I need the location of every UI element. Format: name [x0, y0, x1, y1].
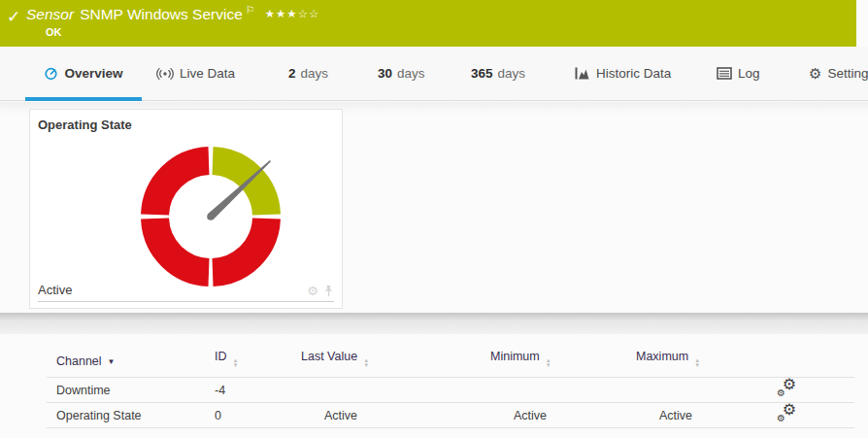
column-header-channel[interactable]: Channel▼: [47, 350, 205, 378]
cell-last-value: [291, 378, 361, 403]
stars-filled: ★★★: [265, 8, 298, 19]
tab-settings[interactable]: ⚙ Settings: [801, 47, 868, 100]
tab-label: Historic Data: [596, 66, 671, 81]
gauge-segment-error: [155, 161, 209, 215]
channel-settings-button[interactable]: ⚙ ⚙: [777, 406, 796, 422]
column-spacer: [696, 350, 767, 378]
sort-desc-icon: ▼: [108, 357, 116, 366]
sort-icon: ▲▼: [363, 358, 369, 368]
table-row-downtime: Downtime -4 ⚙ ⚙: [47, 378, 854, 403]
tab-label: Overview: [64, 66, 122, 81]
state-gauge: [123, 129, 298, 304]
tab-overview[interactable]: Overview: [25, 47, 142, 100]
gauge-value-label: Active: [38, 283, 72, 297]
cell-last-value: Active: [291, 403, 361, 428]
stars-empty: ☆☆: [298, 8, 320, 19]
cell-channel: Operating State: [47, 403, 205, 428]
column-header-last-value[interactable]: Last Value▲▼: [291, 350, 361, 378]
tab-log[interactable]: Log: [709, 47, 768, 100]
gear-icon: ⚙: [777, 414, 785, 423]
tab-30-days[interactable]: 30 days: [370, 47, 433, 100]
cell-minimum: [481, 378, 551, 403]
gauge-footer: Active ⚙: [38, 279, 334, 302]
check-icon: ✓: [7, 7, 20, 27]
table-row-operating-state: Operating State 0 Active Active Active ⚙…: [47, 403, 854, 428]
cell-minimum: Active: [481, 403, 551, 428]
column-header-maximum[interactable]: Maximum▲▼: [626, 350, 696, 378]
gauge-settings-gear-icon[interactable]: ⚙: [307, 285, 318, 297]
channel-settings-button[interactable]: ⚙ ⚙: [777, 381, 796, 397]
sensor-status-header: ✓ Sensor SNMP Windows Service ⚐ ★★★☆☆ OK: [0, 0, 856, 47]
column-spacer: [361, 350, 481, 378]
gauge-icon: [44, 66, 58, 81]
priority-stars[interactable]: ★★★☆☆: [265, 7, 320, 20]
tab-label: days: [301, 66, 329, 81]
tab-label: days: [397, 66, 425, 81]
tab-number: 2: [288, 66, 296, 81]
gauge-needle-hub: [207, 213, 215, 220]
section-divider: [0, 313, 868, 334]
tab-label: Live Data: [180, 66, 235, 81]
cell-channel: Downtime: [47, 378, 205, 403]
column-header-minimum[interactable]: Minimum▲▼: [481, 350, 551, 378]
gear-icon: ⚙: [809, 65, 821, 83]
gear-icon: ⚙: [777, 388, 785, 398]
sensor-type-label: Sensor: [26, 6, 74, 23]
status-badge: OK: [46, 26, 62, 38]
gauge-segment-error: [213, 219, 266, 272]
cell-id: -4: [205, 378, 291, 403]
cell-maximum: Active: [626, 403, 696, 428]
channel-table: Channel▼ ID▲▼ Last Value▲▼ Minimum▲▼ Max…: [47, 350, 854, 428]
sensor-title-row: Sensor SNMP Windows Service ⚐ ★★★☆☆: [26, 6, 319, 23]
tab-number: 365: [471, 66, 493, 81]
tab-365-days[interactable]: 365 days: [463, 47, 533, 100]
sort-icon: ▲▼: [694, 358, 700, 368]
sensor-page: ✓ Sensor SNMP Windows Service ⚐ ★★★☆☆ OK…: [0, 0, 868, 438]
pin-icon[interactable]: [323, 285, 334, 297]
table-header-row: Channel▼ ID▲▼ Last Value▲▼ Minimum▲▼ Max…: [47, 350, 854, 378]
flag-icon[interactable]: ⚐: [246, 4, 255, 17]
cell-maximum: [626, 378, 696, 403]
tab-number: 30: [378, 66, 392, 81]
area-chart-icon: [575, 66, 590, 81]
tab-live-data[interactable]: Live Data: [149, 47, 243, 100]
broadcast-icon: [156, 66, 174, 82]
sort-icon: ▲▼: [546, 358, 551, 368]
tab-label: Settings: [827, 66, 868, 81]
column-spacer: [551, 350, 626, 378]
tab-label: Log: [738, 66, 760, 81]
cell-id: 0: [205, 403, 291, 428]
gauge-segment-error: [155, 219, 209, 272]
column-actions: [767, 350, 854, 378]
sort-icon: ▲▼: [233, 358, 239, 368]
gauge-title: Operating State: [38, 118, 132, 132]
column-header-id[interactable]: ID▲▼: [205, 350, 291, 378]
operating-state-gauge-panel: Operating State Active ⚙: [29, 109, 343, 309]
tab-historic-data[interactable]: Historic Data: [567, 47, 679, 100]
gauge-tools: ⚙: [307, 285, 334, 297]
log-icon: [717, 67, 732, 80]
tab-2-days[interactable]: 2 days: [281, 47, 336, 100]
sensor-title: SNMP Windows Service: [80, 6, 243, 23]
tab-bar: Overview Live Data 2 days 30 days 365: [0, 47, 868, 101]
tab-label: days: [498, 66, 526, 81]
